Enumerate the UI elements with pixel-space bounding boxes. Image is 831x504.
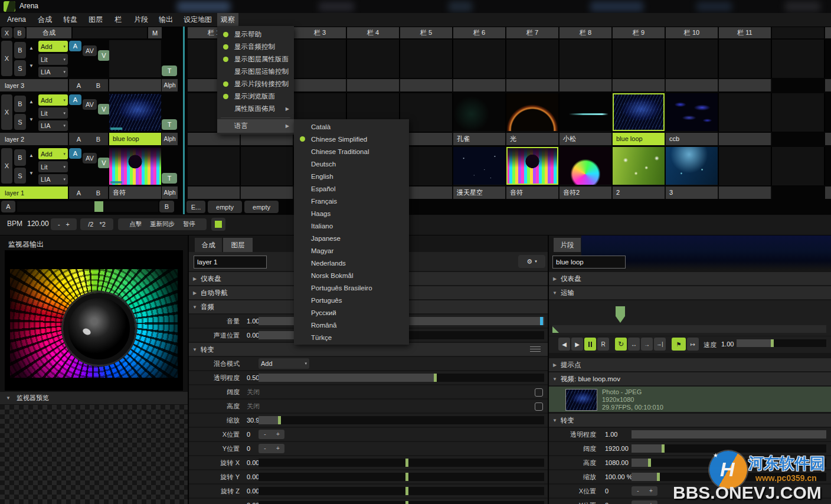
layer2-lia-dropdown[interactable]: LIA▾ — [38, 120, 68, 131]
clip-posy-stepper[interactable]: -+ — [632, 500, 657, 504]
layer1-video-button[interactable]: V — [98, 158, 110, 168]
layer1-solo-button[interactable]: S — [14, 168, 26, 184]
lang-italiano[interactable]: Italiano — [294, 220, 409, 232]
menuitem-language[interactable]: 语言▶ — [217, 119, 294, 133]
crossfader-a-button[interactable]: A — [1, 201, 15, 212]
speed-slider[interactable] — [737, 339, 826, 347]
menu-layer[interactable]: 图层 — [85, 13, 106, 27]
bpm-plus-button[interactable]: + — [66, 221, 70, 228]
bpm-dec-inc[interactable]: -+ — [51, 218, 77, 230]
layer1-alpha-cell[interactable]: Alph — [162, 186, 178, 199]
column-header-7[interactable]: 栏 7 — [506, 27, 558, 38]
section-layer-transform[interactable]: ▼转变 — [189, 343, 548, 356]
lang-haags[interactable]: Haags — [294, 207, 409, 220]
lang-deutsch[interactable]: Deutsch — [294, 158, 409, 170]
transport-timeline[interactable] — [549, 300, 831, 336]
posy-stepper[interactable]: -+ — [259, 444, 284, 453]
tap-button[interactable]: 点擊 — [129, 220, 142, 228]
bpm-half-button[interactable]: /2 — [88, 221, 93, 228]
sync-bpm-button[interactable]: ⚑ — [672, 338, 686, 351]
clip-opacity-slider[interactable] — [632, 430, 826, 438]
menu-clip[interactable]: 片段 — [130, 13, 152, 27]
layer3-solo-button[interactable]: S — [14, 60, 26, 76]
clip-thumb-starrysky[interactable] — [453, 147, 505, 185]
deck-tab-3[interactable]: empty — [244, 201, 279, 213]
column-header-4[interactable]: 栏 4 — [347, 27, 399, 38]
composition-master-track[interactable] — [73, 27, 147, 38]
clip-name[interactable]: 漫天星空 — [453, 186, 505, 199]
scale-slider[interactable] — [259, 416, 544, 424]
lang-english[interactable]: English — [294, 170, 409, 182]
clip-thumb-notes2[interactable] — [560, 147, 611, 185]
layer3-x-button[interactable]: X — [1, 41, 12, 76]
layer3-alpha-cell[interactable]: Alph — [162, 79, 178, 91]
layer1-clip-name[interactable]: 音符 — [109, 186, 161, 199]
lang-romana[interactable]: Română — [294, 319, 409, 331]
clip-name[interactable]: 音符2 — [560, 186, 611, 199]
layer3-ab-cell[interactable]: AB — [69, 79, 108, 91]
lang-catala[interactable]: Català — [294, 120, 409, 133]
section-clip-transform[interactable]: ▼转变 — [549, 414, 831, 427]
column-header-3[interactable]: 栏 3 — [294, 27, 346, 38]
lang-portugues[interactable]: Português — [294, 294, 409, 306]
clip-name-input[interactable] — [552, 256, 626, 269]
layer1-bypass-button[interactable]: B — [14, 149, 26, 166]
layer2-up-icon[interactable]: ▲ — [29, 100, 34, 104]
lang-norsk[interactable]: Norsk Bokmål — [294, 269, 409, 282]
layer1-lit-dropdown[interactable]: Lit▾ — [38, 161, 68, 172]
section-transport[interactable]: ▼运输 — [549, 286, 831, 299]
clip-thumb-peacock[interactable] — [453, 93, 505, 131]
tab-composition[interactable]: 合成 — [195, 238, 222, 252]
lang-turkce[interactable]: Türkçe — [294, 331, 409, 343]
hamburger-icon[interactable] — [530, 346, 541, 352]
clip-name[interactable]: 3 — [666, 186, 718, 199]
layer2-x-button[interactable]: X — [1, 94, 12, 130]
layer1-name[interactable]: layer 1 — [0, 186, 68, 199]
layer2-video-button[interactable]: V — [98, 104, 110, 114]
layer2-ab-cell[interactable]: AB — [69, 133, 108, 145]
column-header-8[interactable]: 栏 8 — [560, 27, 611, 38]
posx-stepper[interactable]: -+ — [259, 430, 284, 439]
layer1-av-button[interactable]: AV — [83, 153, 97, 163]
menu-arena[interactable]: Arena — [4, 13, 30, 27]
section-video[interactable]: ▼视频: blue loop.mov — [549, 372, 831, 385]
layer3-up-icon[interactable]: ▲ — [29, 46, 34, 51]
clip-scale-slider[interactable] — [632, 473, 826, 481]
layer2-lit-dropdown[interactable]: Lit▾ — [38, 107, 68, 119]
layer3-av-button[interactable]: AV — [83, 45, 97, 56]
pause-button[interactable] — [584, 338, 596, 351]
deck-tab-1[interactable]: E... — [187, 201, 205, 213]
layer2-name[interactable]: layer 2 — [0, 133, 68, 145]
deck-tab-2[interactable]: empty — [208, 201, 242, 213]
layer2-av-button[interactable]: AV — [83, 99, 97, 110]
clip-name[interactable]: 2 — [613, 186, 665, 199]
lang-chinese-traditional[interactable]: Chinese Traditional — [294, 145, 409, 158]
rotx-slider[interactable] — [259, 459, 544, 467]
bpm-div-mult[interactable]: /2*2 — [80, 218, 113, 230]
play-forward-button[interactable]: ▶ — [571, 338, 583, 351]
section-cuepoints[interactable]: ▶提示点 — [549, 358, 831, 371]
layer2-alpha-cell[interactable]: Alph — [162, 133, 178, 145]
lang-francais[interactable]: Français — [294, 195, 409, 207]
playhead-marker[interactable] — [616, 306, 625, 323]
layer1-transition-button[interactable]: T — [162, 173, 177, 184]
resync-button[interactable]: 重新同步 — [150, 220, 175, 228]
layer1-up-icon[interactable]: ▲ — [29, 153, 34, 158]
section-clip-dashboard[interactable]: ▶仪表盘 — [549, 272, 831, 285]
menu-deck[interactable]: 转盘 — [60, 13, 81, 27]
layer2-down-icon[interactable]: ▼ — [29, 117, 34, 122]
width-checkbox[interactable] — [535, 388, 543, 397]
layer-name-input[interactable] — [194, 256, 267, 269]
column-header-10[interactable]: 栏 10 — [666, 27, 718, 38]
menu-output[interactable]: 输出 — [155, 13, 176, 27]
opacity-slider[interactable] — [259, 374, 544, 382]
layer1-down-icon[interactable]: ▼ — [29, 171, 34, 176]
pause-bpm-button[interactable]: 暂停 — [183, 220, 195, 228]
clip-thumb-blueloop[interactable] — [613, 93, 665, 131]
anchorx-slider[interactable] — [259, 501, 544, 504]
clip-thumb-light[interactable] — [506, 93, 558, 131]
crossfader-track[interactable] — [17, 201, 158, 212]
layer1-blend-dropdown[interactable]: Add▾ — [38, 148, 68, 159]
menuitem-show-clip-transition[interactable]: 显示片段转接控制 — [217, 78, 294, 90]
lang-portugues-br[interactable]: Português Brasileiro — [294, 282, 409, 294]
